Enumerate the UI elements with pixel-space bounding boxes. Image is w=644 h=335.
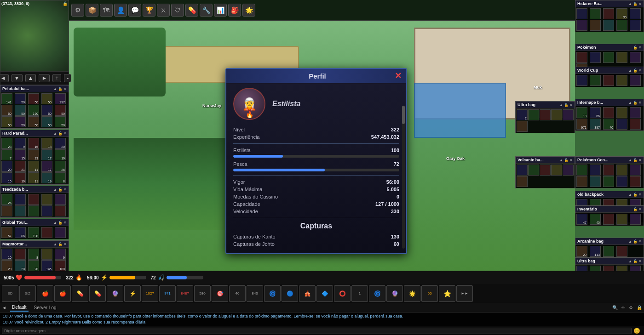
bag-slot[interactable] (616, 119, 627, 130)
bag-slot[interactable]: 10 (1, 249, 12, 260)
bag-slot[interactable]: 16 (28, 138, 39, 149)
ultra-bag-b-lock-icon[interactable]: 🔒 (633, 259, 638, 263)
bag-slot[interactable] (630, 8, 641, 19)
nav-zoom-out-btn[interactable]: - (64, 74, 71, 82)
action-slot-20[interactable]: 1 (351, 285, 368, 302)
bag-slot[interactable]: 66 (590, 107, 601, 118)
bag-slot[interactable] (616, 214, 627, 225)
bag-slot[interactable]: 20 (1, 260, 12, 271)
poke-center-up-icon[interactable]: ▲ (628, 158, 632, 162)
global-tour-close-icon[interactable]: ✕ (63, 221, 67, 225)
teedzada-lock-icon[interactable]: 🔒 (58, 187, 63, 192)
ultra-bag-b-close-icon[interactable]: ✕ (638, 259, 642, 263)
bag-slot[interactable] (616, 52, 627, 63)
volcanic-up-icon[interactable]: ▲ (559, 158, 563, 162)
nav-zoom-in-btn[interactable]: + (52, 74, 61, 82)
bag-slot[interactable] (603, 8, 614, 19)
bag-slot[interactable] (603, 20, 614, 31)
action-slot-25[interactable]: ⭐ (439, 285, 455, 302)
action-slot-12[interactable]: 🎯 (212, 285, 228, 302)
bag-slot[interactable] (576, 75, 587, 86)
bag-slot[interactable]: 100 (55, 260, 66, 271)
arcanine-up-icon[interactable]: ▲ (628, 239, 632, 244)
bag-slot[interactable] (517, 176, 528, 187)
toolbar-btn-9[interactable]: 🔧 (200, 4, 213, 17)
world-cup-up-icon[interactable]: ▲ (628, 68, 632, 73)
hard-parad-close-icon[interactable]: ✕ (63, 131, 67, 136)
modal-close-button[interactable]: ✕ (395, 72, 402, 80)
nav-down-btn[interactable]: ▼ (12, 74, 23, 82)
bag-slot[interactable]: 18 (576, 107, 587, 118)
infernape-up-icon[interactable]: ▲ (628, 101, 632, 105)
bag-slot[interactable] (590, 20, 601, 31)
bag-up-icon[interactable]: ▲ (53, 87, 57, 91)
bag-slot[interactable] (603, 75, 614, 86)
bag-slot[interactable] (551, 109, 562, 120)
chat-settings-icon[interactable]: ⚙ (629, 305, 633, 310)
bag-slot[interactable] (630, 165, 641, 176)
action-slot-1[interactable]: SiZ (19, 285, 36, 302)
bag-slot[interactable]: 19 (41, 172, 52, 183)
bag-slot[interactable] (1, 205, 12, 216)
bag-slot[interactable] (630, 20, 641, 31)
action-slot-3[interactable]: 🍎 (54, 285, 71, 302)
bag-slot[interactable]: 297 (55, 93, 66, 104)
bag-slot[interactable] (590, 52, 601, 63)
volcanic-lock-icon[interactable]: 🔒 (564, 158, 569, 162)
chat-input[interactable] (2, 328, 632, 334)
bag-slot[interactable] (55, 227, 66, 238)
bag-lock-icon[interactable]: 🔒 (58, 87, 63, 91)
bag-slot[interactable]: 30 (616, 8, 627, 19)
bag-slot[interactable]: 145 (41, 260, 52, 271)
nav-left-btn[interactable]: ◄ (0, 74, 9, 82)
bag-slot[interactable]: 20 (55, 138, 66, 149)
world-cup-close-icon[interactable]: ✕ (638, 68, 642, 73)
pokemon-lock-icon[interactable]: 🔒 (633, 45, 638, 50)
bag-slot[interactable] (603, 165, 614, 176)
bag-slot[interactable]: 28 (15, 260, 26, 271)
bag-slot[interactable] (28, 194, 39, 205)
chat-lock-chat-icon[interactable]: 🔒 (637, 305, 642, 310)
magmortar-close-icon[interactable]: ✕ (63, 242, 67, 246)
global-tour-lock-icon[interactable]: 🔒 (58, 221, 63, 225)
bag-slot[interactable]: 86 (15, 227, 26, 238)
bag-slot[interactable]: 15 (1, 172, 12, 183)
bag-slot[interactable]: 50 (1, 105, 12, 116)
toolbar-btn-0[interactable]: ⚙ (71, 4, 84, 17)
bag-slot[interactable] (590, 165, 601, 176)
bag-slot[interactable] (630, 176, 641, 187)
old-backpack-lock-icon[interactable]: 🔒 (633, 193, 638, 197)
bag-slot[interactable] (41, 205, 52, 216)
bag-slot[interactable] (616, 107, 627, 118)
profile-modal[interactable]: Perfil ✕ 🧝 🔥 Estilista Nível 322 Experiê… (225, 68, 407, 254)
magmortar-up-icon[interactable]: ▲ (53, 242, 57, 246)
bag-slot[interactable] (616, 246, 627, 257)
hidaree-up-icon[interactable]: ▲ (628, 2, 632, 6)
action-slot-22[interactable]: 🔮 (386, 285, 403, 302)
infernape-lock-icon[interactable]: 🔒 (633, 101, 638, 105)
bag-close-icon[interactable]: ✕ (63, 87, 67, 91)
action-slot-19[interactable]: ⭕ (334, 285, 351, 302)
bag-slot[interactable] (616, 20, 627, 31)
chat-emoji-icon[interactable]: 😊 (632, 328, 642, 334)
bag-slot[interactable] (630, 75, 641, 86)
poke-center-close-icon[interactable]: ✕ (638, 158, 642, 162)
pokemon-close-icon[interactable]: ✕ (638, 45, 642, 50)
ultra-bag-2-lock-icon[interactable]: 🔒 (564, 103, 569, 107)
bag-slot[interactable] (616, 176, 627, 187)
bag-slot[interactable] (15, 205, 26, 216)
bag-slot[interactable] (630, 52, 641, 63)
chat-search-icon[interactable]: 🔍 (612, 305, 618, 310)
world-cup-lock-icon[interactable]: 🔒 (633, 68, 638, 73)
global-tour-up-icon[interactable]: ▲ (53, 221, 57, 225)
bag-slot[interactable] (576, 8, 587, 19)
action-slot-15[interactable]: 🌀 (264, 285, 281, 302)
bag-slot[interactable] (540, 109, 551, 120)
old-backpack-close-icon[interactable]: ✕ (638, 193, 642, 197)
bag-slot[interactable]: 21 (15, 161, 26, 172)
bag-slot[interactable] (528, 165, 539, 176)
toolbar-btn-8[interactable]: 💊 (185, 4, 198, 17)
bag-slot[interactable] (616, 75, 627, 86)
bag-slot[interactable]: 387 (590, 119, 601, 130)
toolbar-btn-2[interactable]: 🗺 (100, 4, 113, 17)
